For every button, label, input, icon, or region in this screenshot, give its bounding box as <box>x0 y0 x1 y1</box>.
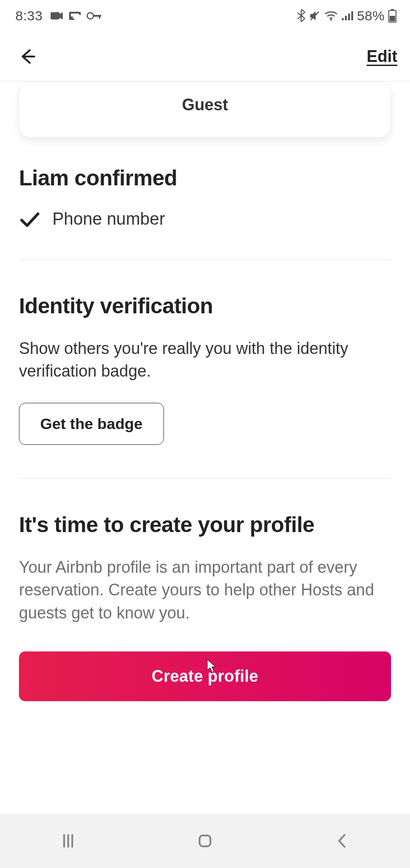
divider <box>19 259 391 260</box>
recents-icon <box>60 832 77 849</box>
main-content: Guest Liam confirmed Phone number Identi… <box>0 81 410 814</box>
home-icon <box>196 832 214 849</box>
svg-rect-8 <box>348 14 350 20</box>
confirmed-item-label: Phone number <box>52 209 165 229</box>
cast-icon <box>69 11 81 21</box>
battery-icon <box>388 9 396 23</box>
check-icon <box>19 210 41 228</box>
key-icon <box>87 12 102 20</box>
identity-body: Show others you're really you with the i… <box>19 337 391 383</box>
chevron-left-icon <box>335 832 348 849</box>
status-left: 8:33 <box>15 8 102 24</box>
identity-heading: Identity verification <box>19 293 391 318</box>
confirmed-heading: Liam confirmed <box>19 165 391 190</box>
arrow-left-icon <box>17 47 37 66</box>
status-bar: 8:33 58% <box>0 0 410 32</box>
home-button[interactable] <box>178 823 232 859</box>
confirmed-item: Phone number <box>19 209 391 229</box>
svg-rect-9 <box>351 11 353 20</box>
signal-icon <box>341 11 353 21</box>
guest-role-label: Guest <box>19 95 391 114</box>
profile-body: Your Airbnb profile is an important part… <box>19 556 391 624</box>
get-badge-button[interactable]: Get the badge <box>19 403 164 445</box>
status-time: 8:33 <box>15 8 42 24</box>
divider <box>19 478 391 479</box>
android-nav-bar <box>0 814 410 868</box>
wifi-icon <box>324 10 338 21</box>
svg-rect-6 <box>342 18 344 20</box>
battery-percent: 58% <box>357 8 385 24</box>
mute-icon <box>309 10 321 22</box>
app-header: Edit <box>0 32 410 81</box>
recents-button[interactable] <box>41 823 95 859</box>
create-profile-button[interactable]: Create profile <box>19 651 391 701</box>
nav-back-button[interactable] <box>315 823 369 859</box>
svg-rect-12 <box>390 16 395 21</box>
svg-point-5 <box>330 19 332 21</box>
guest-card: Guest <box>19 81 391 137</box>
edit-button[interactable]: Edit <box>367 47 397 66</box>
camera-icon <box>51 11 63 20</box>
status-right: 58% <box>297 8 396 24</box>
profile-heading: It's time to create your profile <box>19 512 391 537</box>
svg-rect-7 <box>345 16 347 20</box>
back-button[interactable] <box>14 43 41 70</box>
svg-rect-16 <box>200 835 210 846</box>
create-profile-label: Create profile <box>152 667 258 685</box>
svg-rect-3 <box>99 15 100 19</box>
svg-point-1 <box>87 13 93 19</box>
bluetooth-icon <box>297 9 305 22</box>
svg-rect-0 <box>51 12 60 19</box>
